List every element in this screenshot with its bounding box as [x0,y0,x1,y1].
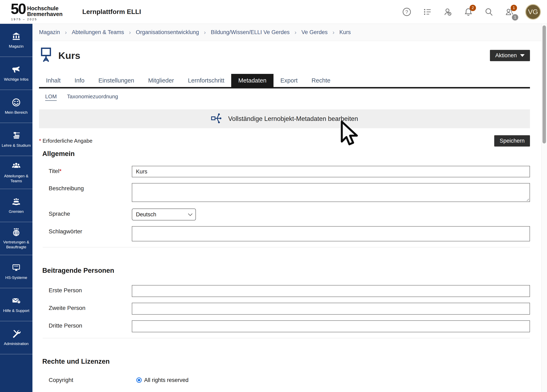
sidebar-item-gremien[interactable]: Gremien [0,189,33,222]
tools-icon [12,329,21,339]
titel-label: Titel* [49,166,132,175]
aktionen-button-label: Aktionen [495,52,517,59]
sidebar-item-mein-bereich[interactable]: Mein Bereich [0,90,33,123]
copyright-radio[interactable] [136,378,142,383]
breadcrumb-link[interactable]: Organisationsentwicklung [136,29,199,35]
user-avatar[interactable]: VG [525,4,541,20]
titel-input[interactable] [132,166,530,177]
sidebar-item-label: Abteilungen & Teams [1,174,32,183]
section-divider [43,247,530,247]
sidebar-item-magazin[interactable]: Magazin [0,24,33,57]
schlagwoerter-input[interactable] [132,226,530,241]
dritte-person-label: Dritte Person [49,320,132,329]
page-title: Kurs [58,50,80,61]
title-row: Kurs Aktionen [39,47,530,64]
university-logo[interactable]: 50 Hochschule Bremerhaven 1975 – 2025 [11,3,63,21]
logo-top: 50 Hochschule Bremerhaven [11,3,63,17]
section-heading-beitragende: Beitragende Personen [39,267,530,274]
contacts-badge-new: 1 [511,5,517,11]
sidebar-item-label: Hilfe & Support [3,308,29,313]
section-heading-allgemein: Allgemein [39,150,530,158]
breadcrumb-separator-icon: › [129,29,131,36]
sprache-select[interactable]: Deutsch [132,209,196,220]
sidebar-item-administration[interactable]: Administration [0,321,33,354]
subtab-taxonomiezuordnung[interactable]: Taxonomiezuordnung [67,93,118,101]
megaphone-icon [12,65,21,75]
contacts-badge-count: 1 [512,14,518,20]
tab-mitglieder[interactable]: Mitglieder [141,74,181,87]
svg-text:?: ? [18,300,20,304]
sidebar-item-label: Gremien [9,209,24,214]
logo-line2: Bremerhaven [27,11,63,17]
erste-person-input[interactable] [132,285,530,297]
sidebar-item-vertretungen[interactable]: Vertretungen & Beauftragte [0,222,33,255]
breadcrumb-separator-icon: › [65,29,67,36]
sidebar-item-wichtige-infos[interactable]: Wichtige Infos [0,57,33,90]
sidebar-item-hilfe-support[interactable]: ? Hilfe & Support [0,288,33,321]
required-star: * [39,138,41,144]
form-row-dritte-person: Dritte Person [39,320,530,332]
main-area: Magazin › Abteilungen & Teams › Organisa… [33,24,541,392]
zweite-person-label: Zweite Person [49,303,132,311]
zweite-person-input[interactable] [132,303,530,315]
form-beitragende: Erste Person Zweite Person Dritte Person [39,285,530,332]
sidebar-item-label: Mein Bereich [5,110,28,115]
copyright-label: Copyright [49,377,132,383]
form-allgemein: Titel* Beschreibung [39,166,530,241]
dritte-person-input[interactable] [132,320,530,332]
tab-info[interactable]: Info [68,74,91,87]
tab-lernfortschritt[interactable]: Lernfortschritt [181,74,231,87]
breadcrumb-link-current[interactable]: Kurs [339,29,351,35]
app-title: Lernplattform ELLI [82,8,141,16]
tab-einstellungen[interactable]: Einstellungen [91,74,141,87]
speichern-button[interactable]: Speichern [494,135,530,147]
sidebar-item-label: HS-Systeme [5,275,27,280]
svg-text:***: *** [14,265,18,269]
share-nodes-icon [211,113,223,125]
tab-rechte[interactable]: Rechte [305,74,337,87]
top-header: 50 Hochschule Bremerhaven 1975 – 2025 Le… [0,0,547,24]
sidebar-item-label: Lehre & Studium [2,143,31,148]
contacts-icon[interactable]: 1 1 [505,7,514,17]
sidebar-filler [0,354,33,392]
edit-full-metadata-banner[interactable]: Vollständige Lernobjekt-Metadaten bearbe… [39,109,530,128]
titel-required-star: * [59,168,62,174]
breadcrumb-link[interactable]: Magazin [39,29,60,35]
sidebar-item-lehre-studium[interactable]: Lehre & Studium [0,123,33,156]
body: Magazin Wichtige Infos Mein Bereich Lehr… [0,24,547,392]
breadcrumb: Magazin › Abteilungen & Teams › Organisa… [33,24,541,41]
header-actions: ? 2 1 1 VG [402,4,547,20]
main-menu-list-icon[interactable] [423,7,432,17]
books-icon [12,131,21,141]
sidebar-item-hs-systeme[interactable]: *** HS-Systeme [0,255,33,288]
sprache-label: Sprache [49,209,132,217]
vertical-scrollbar[interactable] [541,24,547,392]
subtab-bar: LOM Taxonomiezuordnung [39,93,530,101]
banner-label: Vollständige Lernobjekt-Metadaten bearbe… [228,115,358,122]
form-row-titel: Titel* [39,166,530,177]
search-icon[interactable] [484,7,494,17]
logo-years: 1975 – 2025 [11,17,63,21]
help-icon[interactable]: ? [402,7,411,17]
notifications-bell-icon[interactable]: 2 [464,7,473,17]
sidebar: Magazin Wichtige Infos Mein Bereich Lehr… [0,24,33,392]
breadcrumb-separator-icon: › [295,29,296,36]
breadcrumb-separator-icon: › [204,29,206,36]
form-row-copyright: Copyright All rights reserved [39,377,530,383]
subtab-lom[interactable]: LOM [45,93,57,101]
aktionen-button[interactable]: Aktionen [490,50,530,61]
tab-metadaten[interactable]: Metadaten [231,74,273,87]
breadcrumb-link[interactable]: Ve Gerdes [301,29,328,35]
scrollbar-thumb[interactable] [542,26,546,143]
tab-export[interactable]: Export [274,74,305,87]
awareness-user-icon[interactable] [443,7,452,17]
radio-dot [138,379,140,381]
breadcrumb-link[interactable]: Abteilungen & Teams [72,29,124,35]
sidebar-item-abteilungen-teams[interactable]: Abteilungen & Teams [0,156,33,189]
logo-50: 50 [11,3,26,15]
page: 50 Hochschule Bremerhaven 1975 – 2025 Le… [0,0,547,392]
beschreibung-textarea[interactable] [132,183,530,202]
breadcrumb-link[interactable]: Bildung/Wissen/ELLI Ve Gerdes [211,29,289,35]
tab-inhalt[interactable]: Inhalt [39,74,68,87]
form-row-erste-person: Erste Person [39,285,530,297]
